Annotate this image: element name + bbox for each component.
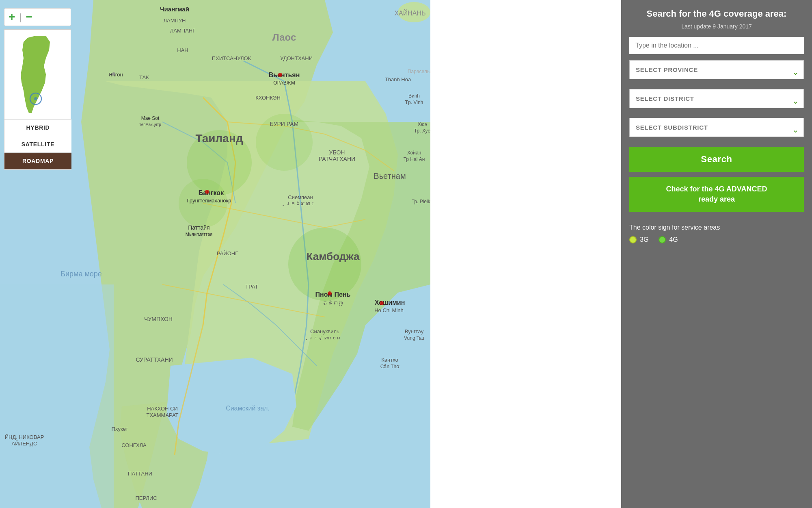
svg-text:Thanh Hoa: Thanh Hoa (385, 76, 411, 82)
panel-title: Search for the 4G coverage area: (629, 8, 804, 20)
svg-text:ភ្នំពេញ: ភ្នំពេញ (322, 300, 343, 306)
svg-text:Виnh: Виnh (408, 93, 420, 99)
svg-text:Вьетнам: Вьетнам (374, 172, 406, 180)
svg-text:ЙНД. НИКОВАР: ЙНД. НИКОВАР (5, 434, 44, 440)
svg-point-62 (328, 291, 332, 295)
district-select-wrapper: SELECT DISTRICT ⌄ (629, 89, 804, 113)
svg-text:Сиануквиль: Сиануквиль (310, 328, 339, 334)
svg-text:Чиангмай: Чиангмай (160, 6, 189, 13)
legend-3g-dot (629, 236, 637, 243)
zoom-out-button[interactable]: − (26, 11, 32, 24)
panel-subtitle: Last update 9 January 2017 (629, 23, 804, 30)
svg-text:ХАЙНАНЬ: ХАЙНАНЬ (394, 9, 425, 17)
svg-text:АЙЛЕНДС: АЙЛЕНДС (12, 441, 37, 447)
svg-text:ОРАВЖМ: ОРАВЖМ (273, 80, 295, 86)
svg-text:Парасельски: Парасельски (408, 69, 430, 74)
svg-point-71 (112, 72, 115, 76)
svg-text:УДОНТХАНИ: УДОНТХАНИ (280, 55, 313, 61)
legend-section: The color sign for service areas 3G 4G (629, 224, 804, 243)
svg-text:Мьянгмяттая: Мьянгмяттая (186, 232, 213, 237)
advanced-search-button[interactable]: Check for the 4G ADVANCEDready area (629, 177, 804, 212)
svg-text:ПХИТСАНУЛОК: ПХИТСАНУЛОК (212, 55, 251, 61)
roadmap-button[interactable]: ROADMAP (4, 153, 71, 169)
svg-text:Сиамский зал.: Сиамский зал. (226, 405, 270, 412)
svg-text:Тр. Pleiku: Тр. Pleiku (412, 199, 430, 204)
svg-point-73 (34, 97, 37, 100)
svg-text:Лаос: Лаос (272, 32, 296, 43)
svg-text:Cản Thơ: Cản Thơ (380, 364, 400, 369)
svg-text:Бангкок: Бангкок (199, 189, 224, 196)
subdistrict-select-wrapper: SELECT SUBDISTRICT ⌄ (629, 118, 804, 142)
svg-text:СОНГХЛА: СОНГХЛА (121, 442, 147, 448)
svg-text:Хюэ: Хюэ (417, 122, 427, 127)
svg-text:РАЙОНГ: РАЙОНГ (217, 250, 238, 256)
svg-text:ЛАМПУН: ЛАМПУН (163, 17, 186, 24)
svg-text:тепАакцнтр: тепАакцнтр (139, 122, 161, 127)
hybrid-button[interactable]: HYBRID (4, 119, 71, 136)
svg-text:Хойан: Хойан (407, 150, 421, 156)
satellite-button[interactable]: SATELLITE (4, 136, 71, 153)
legend-4g-item: 4G (659, 236, 678, 243)
svg-point-55 (380, 301, 384, 305)
svg-text:РАТЧАТХАНИ: РАТЧАТХАНИ (319, 156, 355, 162)
svg-text:Сиемпеан: Сиемпеан (288, 194, 313, 200)
svg-text:Таиланд: Таиланд (195, 132, 243, 145)
legend-items: 3G 4G (629, 236, 804, 243)
svg-text:Бирма море: Бирма море (60, 270, 102, 278)
legend-4g-dot (659, 236, 666, 243)
map-container[interactable]: Таиланд Камбоджа Вьетнам Лаос Бирма море… (0, 0, 430, 508)
zoom-controls[interactable]: + | − (4, 8, 71, 26)
legend-4g-label: 4G (669, 236, 678, 243)
svg-text:Паттайя: Паттайя (188, 224, 209, 231)
svg-text:ПАТТАНИ: ПАТТАНИ (128, 471, 152, 477)
svg-point-15 (205, 190, 209, 194)
svg-text:Vung Tau: Vung Tau (404, 335, 424, 341)
svg-text:Tp. Vinh: Tp. Vinh (405, 100, 423, 105)
svg-text:Mae Sot: Mae Sot (141, 115, 160, 121)
svg-text:Пном Пень: Пном Пень (315, 291, 351, 298)
svg-text:ក្រថ្ទះសបស: ក្រថ្ទះសបស (306, 336, 341, 341)
svg-text:Камбоджа: Камбоджа (307, 250, 360, 263)
svg-text:СУРАТТХАНИ: СУРАТТХАНИ (136, 356, 173, 363)
province-select-wrapper: SELECT PROVINCE ⌄ (629, 60, 804, 84)
svg-point-6 (288, 228, 361, 301)
legend-title: The color sign for service areas (629, 224, 804, 231)
svg-text:НАКХОН СИ: НАКХОН СИ (147, 406, 178, 412)
svg-point-33 (278, 73, 282, 77)
svg-text:ТХАММАРАТ: ТХАММАРАТ (146, 412, 178, 418)
search-button[interactable]: Search (629, 147, 804, 172)
svg-text:ЧУМПХОН: ЧУМПХОН (144, 316, 173, 322)
map-type-buttons: HYBRID SATELLITE ROADMAP (4, 119, 71, 169)
svg-text:Кантхо: Кантхо (381, 357, 398, 363)
svg-text:Грунгтепмаханокр: Грунгтепмаханокр (187, 198, 231, 204)
legend-3g-label: 3G (640, 236, 648, 243)
subdistrict-select[interactable]: SELECT SUBDISTRICT (629, 118, 804, 137)
svg-text:ក្រដសសារ: ក្រដសសារ (283, 201, 315, 207)
zoom-in-button[interactable]: + (9, 11, 15, 24)
legend-3g-item: 3G (629, 236, 648, 243)
svg-text:НАН: НАН (177, 47, 188, 53)
svg-text:Вунгтay: Вунгтay (405, 328, 424, 334)
district-select[interactable]: SELECT DISTRICT (629, 89, 804, 108)
svg-text:Хошимин: Хошимин (375, 299, 405, 306)
svg-text:КХОНКЭН: КХОНКЭН (255, 95, 281, 101)
svg-text:ТАК: ТАК (139, 74, 149, 80)
mini-map: HYBRID SATELLITE ROADMAP (4, 29, 71, 170)
svg-text:БУРИ РАМ: БУРИ РАМ (270, 121, 298, 127)
svg-text:Тр Нai Ан: Тр Нai Ан (404, 156, 425, 162)
svg-text:Ho Chi Minh: Ho Chi Minh (374, 307, 404, 313)
right-panel: Search for the 4G coverage area: Last up… (621, 0, 812, 508)
svg-text:ЛАМПАНГ: ЛАМПАНГ (170, 28, 195, 34)
map-controls: + | − HYBRID SATELLITE ROADMAP (4, 8, 71, 170)
svg-text:УБОН: УБОН (329, 149, 345, 156)
location-input[interactable] (629, 37, 804, 54)
svg-text:Пхукет: Пхукет (112, 426, 128, 432)
zoom-divider: | (19, 11, 22, 23)
svg-text:Янгон: Янгон (108, 72, 123, 78)
svg-text:ТРАТ: ТРАТ (245, 284, 258, 290)
svg-text:Вьентьян: Вьентьян (269, 72, 300, 78)
province-select[interactable]: SELECT PROVINCE (629, 60, 804, 79)
svg-text:ПЕРЛИС: ПЕРЛИС (135, 495, 157, 501)
svg-text:Тр. Хуе: Тр. Хуе (414, 128, 430, 134)
